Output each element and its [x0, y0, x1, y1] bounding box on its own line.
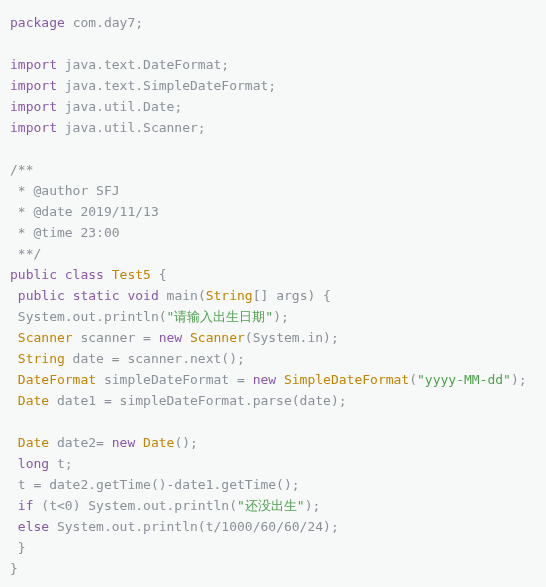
line-class-decl: public class Test5 { — [10, 267, 167, 282]
line-main-decl: public static void main(String[] args) { — [10, 288, 331, 303]
line-println: System.out.println("请输入出生日期"); — [10, 309, 289, 324]
line-import: import java.util.Scanner; — [10, 120, 206, 135]
line-else: else System.out.println(t/1000/60/60/24)… — [10, 519, 339, 534]
comment-author: * @author SFJ — [10, 183, 120, 198]
line-close-class: } — [10, 561, 18, 576]
line-dateformat: DateFormat simpleDateFormat = new Simple… — [10, 372, 527, 387]
line-string-date: String date = scanner.next(); — [10, 351, 245, 366]
line-import: import java.text.SimpleDateFormat; — [10, 78, 276, 93]
line-close-main: } — [10, 540, 26, 555]
line-date2: Date date2= new Date(); — [10, 435, 198, 450]
line-date1: Date date1 = simpleDateFormat.parse(date… — [10, 393, 347, 408]
line-package: package com.day7; — [10, 15, 143, 30]
line-import: import java.text.DateFormat; — [10, 57, 229, 72]
line-scanner: Scanner scanner = new Scanner(System.in)… — [10, 330, 339, 345]
comment-date: * @date 2019/11/13 — [10, 204, 159, 219]
line-long-t: long t; — [10, 456, 73, 471]
comment-time: * @time 23:00 — [10, 225, 120, 240]
line-import: import java.util.Date; — [10, 99, 182, 114]
line-t-assign: t = date2.getTime()-date1.getTime(); — [10, 477, 300, 492]
comment-open: /** — [10, 162, 33, 177]
comment-close: **/ — [10, 246, 41, 261]
code-block: package com.day7; import java.text.DateF… — [10, 12, 536, 579]
line-if: if (t<0) System.out.println("还没出生"); — [10, 498, 320, 513]
